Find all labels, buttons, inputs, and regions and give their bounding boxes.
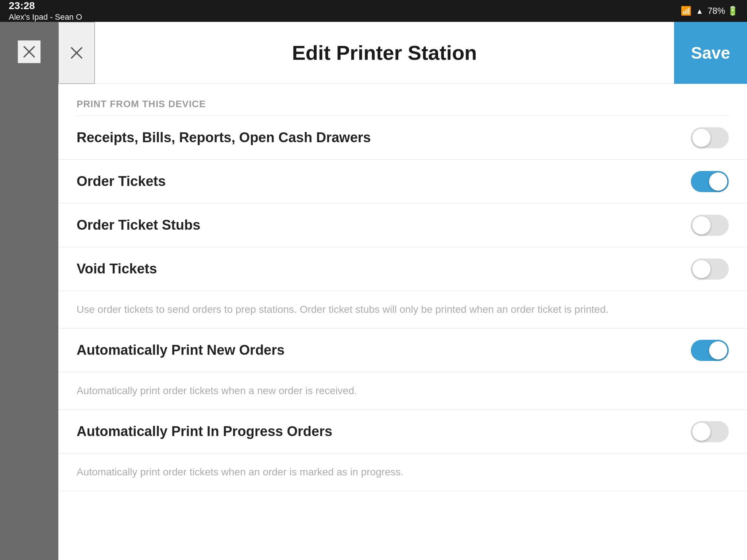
toggle-row-inner-order-tickets: Order Tickets bbox=[58, 160, 747, 203]
toggle-switch-receipts[interactable] bbox=[691, 127, 729, 148]
toggle-label-void-tickets: Void Tickets bbox=[77, 261, 157, 277]
toggle-label-auto-print-new: Automatically Print New Orders bbox=[77, 342, 285, 358]
toggle-row-void-tickets: Void Tickets Use order tickets to send o… bbox=[58, 247, 747, 328]
save-button[interactable]: Save bbox=[674, 22, 747, 84]
battery-icon: 🔋 bbox=[727, 6, 738, 16]
status-device: Alex's Ipad - Sean O bbox=[9, 12, 82, 22]
outer-close-area bbox=[0, 22, 58, 560]
toggle-knob-void-tickets bbox=[692, 260, 711, 278]
toggle-row-auto-print-in-progress: Automatically Print In Progress Orders A… bbox=[58, 410, 747, 491]
toggle-label-order-tickets: Order Tickets bbox=[77, 174, 166, 189]
section-header: PRINT FROM THIS DEVICE bbox=[58, 84, 747, 116]
toggle-knob-auto-print-new bbox=[709, 341, 727, 359]
toggle-label-receipts: Receipts, Bills, Reports, Open Cash Draw… bbox=[77, 130, 371, 145]
status-right: 📶 ▴ 78% 🔋 bbox=[681, 6, 738, 16]
signal-icon: ▴ bbox=[697, 6, 702, 16]
toggle-row-order-tickets: Order Tickets bbox=[58, 160, 747, 203]
toggle-knob-order-tickets bbox=[709, 172, 727, 191]
status-time: 23:28 bbox=[9, 0, 82, 12]
toggle-row-inner-receipts: Receipts, Bills, Reports, Open Cash Draw… bbox=[58, 116, 747, 160]
toggle-row-inner-auto-print-in-progress: Automatically Print In Progress Orders bbox=[58, 410, 747, 454]
battery-container: 78% 🔋 bbox=[708, 6, 738, 16]
toggle-row-receipts: Receipts, Bills, Reports, Open Cash Draw… bbox=[58, 116, 747, 160]
battery-percent: 78% bbox=[708, 6, 725, 16]
toggle-row-inner-auto-print-new: Automatically Print New Orders bbox=[58, 328, 747, 372]
toggle-knob-receipts bbox=[692, 129, 711, 147]
toggle-knob-auto-print-in-progress bbox=[692, 423, 711, 441]
toggle-knob-order-ticket-stubs bbox=[692, 216, 711, 234]
status-bar: 23:28 Alex's Ipad - Sean O 📶 ▴ 78% 🔋 bbox=[0, 0, 747, 22]
modal-close-button[interactable] bbox=[58, 22, 95, 84]
description-row-auto-print-new: Automatically print order tickets when a… bbox=[58, 372, 747, 410]
description-row-auto-print-in-progress: Automatically print order tickets when a… bbox=[58, 454, 747, 491]
toggle-rows-container: Receipts, Bills, Reports, Open Cash Draw… bbox=[58, 116, 747, 491]
toggle-label-order-ticket-stubs: Order Ticket Stubs bbox=[77, 217, 200, 233]
outer-close-button[interactable] bbox=[18, 40, 41, 63]
description-row-void-tickets: Use order tickets to send orders to prep… bbox=[58, 291, 747, 328]
toggle-row-auto-print-new: Automatically Print New Orders Automatic… bbox=[58, 328, 747, 410]
toggle-label-auto-print-in-progress: Automatically Print In Progress Orders bbox=[77, 424, 332, 439]
modal-content: PRINT FROM THIS DEVICE Receipts, Bills, … bbox=[58, 84, 747, 560]
toggle-switch-order-tickets[interactable] bbox=[691, 171, 729, 192]
wifi-icon: 📶 bbox=[681, 6, 692, 16]
description-text-auto-print-new: Automatically print order tickets when a… bbox=[77, 385, 357, 396]
status-left: 23:28 Alex's Ipad - Sean O bbox=[9, 0, 82, 22]
toggle-switch-order-ticket-stubs[interactable] bbox=[691, 215, 729, 236]
modal-title: Edit Printer Station bbox=[95, 41, 674, 65]
modal-panel: Edit Printer Station Save PRINT FROM THI… bbox=[58, 22, 747, 560]
description-text-auto-print-in-progress: Automatically print order tickets when a… bbox=[77, 466, 403, 478]
toggle-switch-auto-print-new[interactable] bbox=[691, 340, 729, 361]
toggle-row-order-ticket-stubs: Order Ticket Stubs bbox=[58, 203, 747, 247]
description-text-void-tickets: Use order tickets to send orders to prep… bbox=[77, 304, 608, 315]
toggle-row-inner-void-tickets: Void Tickets bbox=[58, 247, 747, 291]
toggle-switch-auto-print-in-progress[interactable] bbox=[691, 421, 729, 442]
toggle-row-inner-order-ticket-stubs: Order Ticket Stubs bbox=[58, 203, 747, 247]
modal-header: Edit Printer Station Save bbox=[58, 22, 747, 84]
toggle-switch-void-tickets[interactable] bbox=[691, 258, 729, 280]
